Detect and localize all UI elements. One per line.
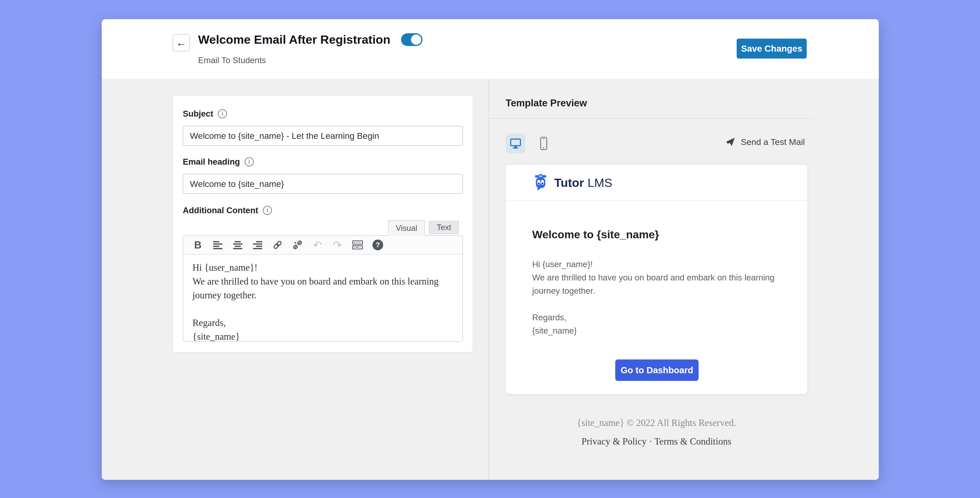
desktop-view-button[interactable] [506, 134, 525, 153]
logo-text-tutor: Tutor [554, 176, 584, 190]
email-body-line: We are thrilled to have you on board and… [532, 271, 782, 298]
tutor-owl-icon [532, 174, 549, 191]
desktop-icon [510, 138, 522, 149]
email-header: Tutor LMS [506, 165, 807, 200]
editor-content-area[interactable]: Hi {user_name}! We are thrilled to have … [183, 255, 462, 342]
page-title: Welcome Email After Registration [198, 32, 390, 46]
keyboard-shortcuts-icon[interactable] [352, 240, 363, 250]
title-row: Welcome Email After Registration [198, 32, 423, 46]
subject-label-row: Subject i [183, 109, 463, 119]
mobile-view-button[interactable] [534, 134, 554, 153]
arrow-left-icon: ← [176, 37, 186, 49]
editor-line: Regards, [192, 316, 453, 330]
device-switcher [506, 134, 554, 153]
editor-mode-tabs: Visual Text [183, 220, 463, 235]
align-left-icon[interactable] [212, 240, 223, 250]
redo-icon[interactable]: ↷ [332, 239, 343, 251]
email-heading-label-row: Email heading i [183, 157, 463, 167]
tab-text[interactable]: Text [429, 221, 459, 234]
email-body: Welcome to {site_name} Hi {user_name}! W… [506, 200, 807, 381]
send-icon [725, 137, 736, 147]
tab-visual[interactable]: Visual [388, 220, 425, 236]
rich-text-editor: B [183, 235, 463, 342]
divider [489, 118, 813, 119]
send-test-mail-button[interactable]: Send a Test Mail [725, 137, 805, 147]
align-center-icon[interactable] [232, 240, 243, 250]
footer-links[interactable]: Privacy & Policy · Terms & Conditions [506, 436, 807, 447]
align-right-icon[interactable] [252, 240, 263, 250]
editor-line: {site_name} [192, 330, 453, 342]
tutor-lms-logo: Tutor LMS [532, 174, 612, 191]
toggle-knob [411, 35, 421, 45]
additional-content-label-row: Additional Content i [183, 205, 463, 215]
undo-icon[interactable]: ↶ [312, 239, 323, 251]
remove-link-icon[interactable] [292, 240, 303, 250]
editor-toolbar: B [183, 236, 462, 255]
page-header: ← Welcome Email After Registration Email… [102, 19, 879, 79]
help-icon[interactable]: ? [372, 240, 383, 250]
editor-line: Hi {user_name}! [192, 261, 453, 275]
email-heading-input[interactable] [183, 174, 463, 194]
email-settings-column: Subject i Email heading i Additional Con… [102, 79, 489, 480]
save-changes-button[interactable]: Save Changes [737, 38, 807, 59]
preview-panel-title: Template Preview [506, 98, 587, 109]
mobile-icon [538, 137, 550, 150]
email-preview-paragraph: Hi {user_name}! We are thrilled to have … [532, 258, 782, 298]
bold-icon[interactable]: B [192, 239, 203, 251]
email-heading-label: Email heading [183, 157, 240, 167]
insert-link-icon[interactable] [272, 240, 283, 250]
email-enabled-toggle[interactable] [401, 33, 423, 46]
page-background: { "colors": { "page_background": "#8a9df… [0, 0, 980, 498]
app-window: ← Welcome Email After Registration Email… [102, 19, 879, 480]
email-body-line: Hi {user_name}! [532, 258, 782, 271]
back-button[interactable]: ← [173, 34, 190, 51]
editor-line: We are thrilled to have you on board and… [192, 275, 453, 302]
email-preview-heading: Welcome to {site_name} [532, 228, 782, 241]
additional-content-label: Additional Content [183, 205, 258, 215]
email-preview-card: Tutor LMS Welcome to {site_name} Hi {use… [506, 165, 807, 394]
send-test-mail-label: Send a Test Mail [741, 137, 805, 147]
editor-line [192, 302, 453, 316]
footer-copyright: {site_name} © 2022 All Rights Reserved. [506, 417, 807, 428]
email-footer: {site_name} © 2022 All Rights Reserved. … [506, 417, 807, 447]
subject-input[interactable] [183, 126, 463, 146]
subject-label: Subject [183, 109, 213, 119]
email-signature-line: Regards, [532, 311, 782, 324]
email-signature: Regards, {site_name} [532, 311, 782, 337]
template-preview-column: Template Preview [489, 79, 879, 480]
info-icon[interactable]: i [218, 109, 227, 118]
logo-text-lms: LMS [588, 176, 612, 190]
go-to-dashboard-button[interactable]: Go to Dashboard [615, 360, 698, 381]
email-settings-card: Subject i Email heading i Additional Con… [173, 95, 473, 352]
email-signature-line: {site_name} [532, 324, 782, 337]
info-icon[interactable]: i [245, 157, 254, 166]
info-icon[interactable]: i [263, 206, 272, 215]
logo-text: Tutor LMS [554, 176, 612, 190]
page-body: Subject i Email heading i Additional Con… [102, 79, 879, 480]
page-subtitle: Email To Students [198, 56, 266, 65]
